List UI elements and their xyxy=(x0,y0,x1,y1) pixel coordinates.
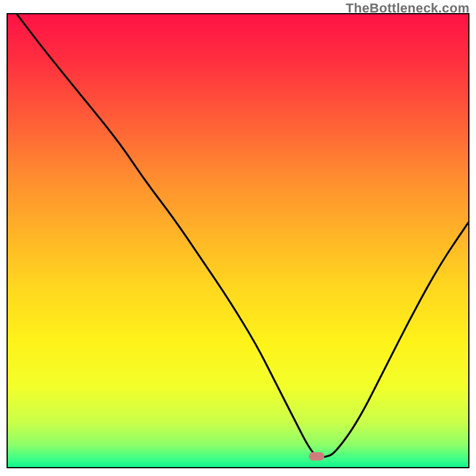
chart-frame xyxy=(7,13,469,468)
optimal-marker xyxy=(309,452,324,461)
bottleneck-curve xyxy=(8,14,468,467)
